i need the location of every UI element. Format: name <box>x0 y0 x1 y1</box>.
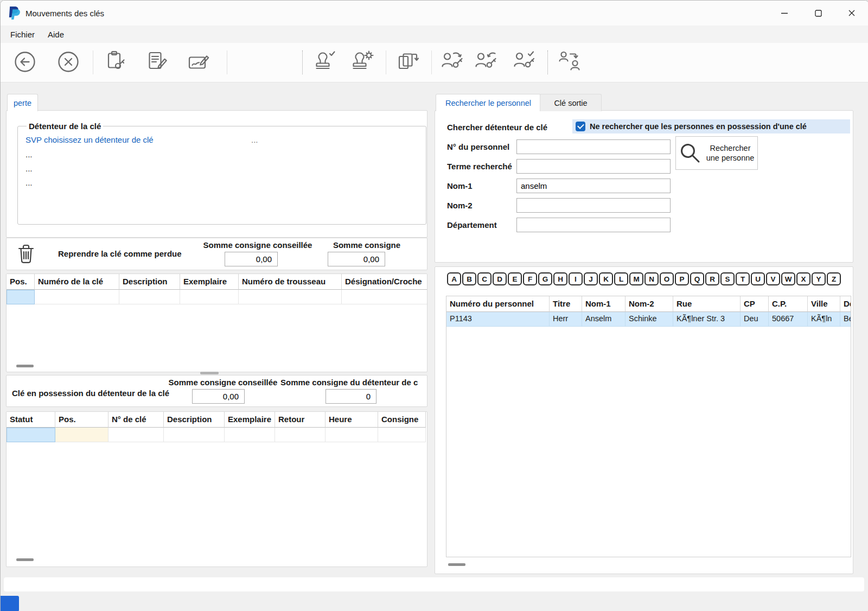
column-header[interactable]: Pos. <box>55 412 108 428</box>
signature-button[interactable] <box>186 49 211 74</box>
column-header[interactable]: Titre <box>550 296 582 312</box>
column-header[interactable]: Dé <box>840 296 851 312</box>
person-key-check-button[interactable] <box>512 49 537 74</box>
holder-ellipsis: ... <box>251 135 258 144</box>
column-header[interactable]: Retour <box>275 412 326 428</box>
column-header[interactable]: Description <box>164 412 225 428</box>
column-header[interactable]: Numéro de la clé <box>35 274 119 290</box>
alphabet-button[interactable]: X <box>796 272 810 285</box>
cell-name1[interactable]: Anselm <box>582 312 626 327</box>
alphabet-button[interactable]: U <box>751 272 765 285</box>
highlighted-cell[interactable] <box>55 428 108 442</box>
cell-title[interactable]: Herr <box>550 312 582 327</box>
alphabet-button[interactable]: Q <box>690 272 704 285</box>
alphabet-button[interactable]: F <box>523 272 537 285</box>
back-button[interactable] <box>12 49 37 74</box>
personnel-row[interactable]: P1143 Herr Anselm Schinke KÃ¶lner Str. 3… <box>446 312 851 327</box>
edit-document-button[interactable] <box>145 49 170 74</box>
alphabet-button[interactable]: E <box>508 272 522 285</box>
selected-cell[interactable] <box>7 290 35 304</box>
suggested-deposit-input[interactable] <box>192 389 245 404</box>
name1-input[interactable] <box>516 179 671 193</box>
search-term-input[interactable] <box>516 159 671 174</box>
search-person-button[interactable]: Rechercher une personne <box>675 136 758 170</box>
trash-icon[interactable] <box>15 243 37 265</box>
cell-personnel-number[interactable]: P1143 <box>446 312 550 327</box>
alphabet-button[interactable]: V <box>766 272 780 285</box>
column-header[interactable]: CP <box>741 296 769 312</box>
column-header[interactable]: N° de clé <box>108 412 164 428</box>
tab-rechercher-personnel[interactable]: Rechercher le personnel <box>436 94 541 111</box>
alphabet-button[interactable]: L <box>614 272 628 285</box>
minimize-button[interactable] <box>768 1 801 26</box>
stamp-gear-button[interactable] <box>349 49 374 74</box>
name2-input[interactable] <box>516 198 671 213</box>
alphabet-button[interactable]: H <box>553 272 567 285</box>
alphabet-button[interactable]: D <box>493 272 507 285</box>
alphabet-button[interactable]: Y <box>812 272 826 285</box>
alphabet-button[interactable]: O <box>660 272 674 285</box>
column-header[interactable]: Pos. <box>7 274 35 290</box>
column-header[interactable]: Ville <box>808 296 840 312</box>
selected-cell[interactable] <box>7 428 55 442</box>
column-header[interactable]: Nom-2 <box>626 296 673 312</box>
horizontal-scrollbar[interactable] <box>448 563 465 566</box>
column-header[interactable]: Rue <box>673 296 741 312</box>
alphabet-button[interactable]: M <box>629 272 643 285</box>
cell-name2[interactable]: Schinke <box>626 312 673 327</box>
alphabet-button[interactable]: I <box>569 272 583 285</box>
horizontal-scrollbar[interactable] <box>16 558 34 561</box>
alphabet-button[interactable]: C <box>477 272 492 285</box>
close-button[interactable] <box>835 1 868 26</box>
alphabet-button[interactable]: W <box>781 272 795 285</box>
tab-perte[interactable]: perte <box>7 94 38 111</box>
department-input[interactable] <box>516 218 671 232</box>
alphabet-button[interactable]: J <box>584 272 598 285</box>
holder-deposit-input[interactable] <box>326 389 376 404</box>
paste-key-button[interactable] <box>103 49 127 74</box>
person-key-out-button[interactable] <box>474 49 499 74</box>
cell-country[interactable]: Deu <box>741 312 769 327</box>
cell-city[interactable]: KÃ¶ln <box>808 312 840 327</box>
person-transfer-button[interactable] <box>557 49 582 74</box>
alphabet-button[interactable]: A <box>447 272 461 285</box>
stamp-check-button[interactable] <box>312 49 337 74</box>
column-header[interactable]: Heure <box>326 412 378 428</box>
choose-holder-link[interactable]: SVP choisissez un détenteur de clé <box>25 135 154 144</box>
column-header[interactable]: Description <box>119 274 180 290</box>
column-header[interactable]: Exemplaire <box>225 412 275 428</box>
alphabet-button[interactable]: B <box>462 272 476 285</box>
alphabet-button[interactable]: T <box>736 272 750 285</box>
alphabet-button[interactable]: N <box>644 272 659 285</box>
alphabet-button[interactable]: S <box>720 272 735 285</box>
alphabet-button[interactable]: P <box>675 272 689 285</box>
suggested-deposit-input[interactable] <box>225 252 278 266</box>
splitter-handle[interactable] <box>200 372 219 374</box>
column-header[interactable]: Numéro de trousseau <box>239 274 342 290</box>
alphabet-button[interactable]: R <box>705 272 719 285</box>
menu-fichier[interactable]: Fichier <box>4 28 41 41</box>
menu-aide[interactable]: Aide <box>41 28 71 41</box>
only-key-holders-checkbox[interactable] <box>576 122 585 131</box>
cell-postal-code[interactable]: 50667 <box>769 312 808 327</box>
horizontal-scrollbar[interactable] <box>16 365 34 367</box>
column-header[interactable]: Consigne <box>378 412 426 428</box>
person-key-in-button[interactable] <box>440 49 465 74</box>
alphabet-button[interactable]: K <box>599 272 613 285</box>
personnel-number-input[interactable] <box>516 139 671 154</box>
cell-department[interactable]: Be <box>840 312 851 327</box>
column-header[interactable]: Exemplaire <box>180 274 239 290</box>
tab-cle-sortie[interactable]: Clé sortie <box>540 94 602 111</box>
column-header[interactable]: Désignation/Croche <box>342 274 427 290</box>
column-header[interactable]: Nom-1 <box>582 296 626 312</box>
column-header[interactable]: C.P. <box>769 296 808 312</box>
cancel-button[interactable] <box>56 49 81 74</box>
column-header[interactable]: Numéro du personnel <box>446 296 550 312</box>
maximize-button[interactable] <box>801 1 835 26</box>
alphabet-button[interactable]: G <box>538 272 552 285</box>
alphabet-button[interactable]: Z <box>827 272 841 285</box>
copy-cards-button[interactable] <box>394 49 419 74</box>
cell-street[interactable]: KÃ¶lner Str. 3 <box>673 312 741 327</box>
deposit-input[interactable] <box>328 252 385 266</box>
column-header[interactable]: Statut <box>7 412 55 428</box>
